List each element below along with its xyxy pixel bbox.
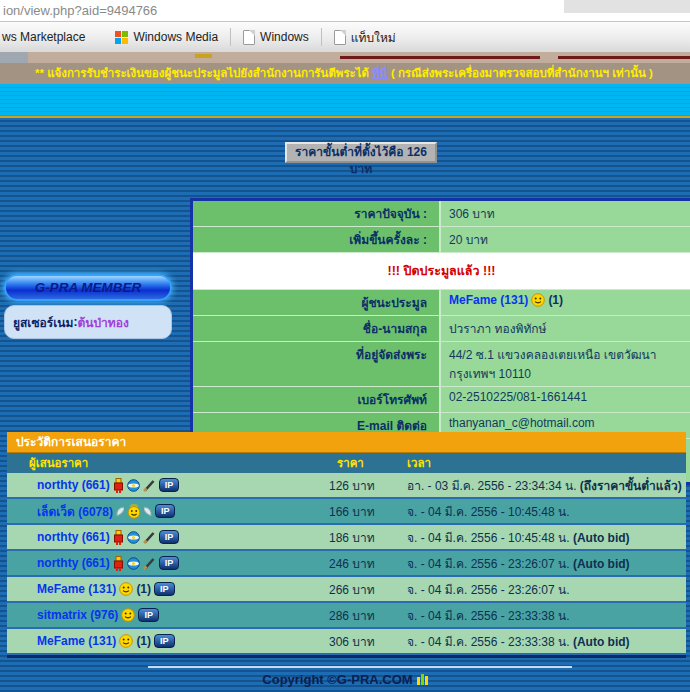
bid-row: MeFame (131)(1)IP266 บาทจ. - 04 มี.ค. 25… — [7, 577, 686, 603]
copyright-label: Copyright ©G-PRA.COM — [262, 672, 412, 687]
feedback-count: (1) — [136, 634, 151, 648]
notice-text-post: ( กรณีส่งพระเครื่องมาตรวจสอบที่สำนักงานฯ… — [388, 67, 653, 79]
winner-username-link[interactable]: MeFame (131) — [449, 293, 528, 307]
notice-text-pre: ** แจ้งการรับชำระเงินของผู้ชนะประมูลไปยั… — [35, 67, 372, 79]
bid-row: MeFame (131)(1)IP306 บาทจ. - 04 มี.ค. 25… — [7, 629, 686, 655]
toolbar-link-label: ws Marketplace — [2, 30, 85, 44]
page-icon — [334, 30, 346, 45]
bidder-username-link[interactable]: northty (661) — [37, 556, 110, 570]
red-figure-icon — [113, 556, 124, 571]
info-row-value: MeFame (131)(1) — [441, 290, 690, 315]
bid-history-title: ประวัติการเสนอราคา — [7, 432, 686, 453]
username-value: ต้นป่าทอง — [77, 313, 128, 332]
hit-counter-icon — [417, 674, 428, 685]
bid-history-rows: northty (661)IP126 บาทอา. - 03 มี.ค. 255… — [7, 473, 686, 655]
bid-price: 186 บาท — [329, 528, 407, 547]
globe-icon — [127, 557, 140, 570]
ip-badge-button[interactable]: IP — [154, 582, 175, 596]
toolbar-link-4[interactable]: แท็บใหม่ — [334, 28, 396, 47]
bid-time: จ. - 04 มี.ค. 2556 - 10:45:48 น. (Auto b… — [407, 528, 686, 547]
bid-time: จ. - 04 มี.ค. 2556 - 23:33:38 น. (Auto b… — [407, 632, 686, 651]
bid-row-user-cell: เล็ดเว็ด (6078)IP — [7, 502, 329, 521]
bid-time: จ. - 04 มี.ค. 2556 - 23:26:07 น. (Auto b… — [407, 554, 686, 573]
bid-time-text: จ. - 04 มี.ค. 2556 - 10:45:48 น. — [407, 505, 570, 519]
toolbar-separator — [230, 28, 231, 46]
info-row-value: 44/2 ซ.1 แขวงคลองเตยเหนือ เขตวัฒนา กรุงเ… — [441, 342, 690, 386]
info-row: เบอร์โทรศัพท์02-2510225/081-1661441 — [193, 387, 690, 413]
bid-price: 266 บาท — [329, 580, 407, 599]
smiley-icon — [121, 608, 135, 622]
bid-row: เล็ดเว็ด (6078)IP166 บาทจ. - 04 มี.ค. 25… — [7, 499, 686, 525]
username-label: ยูสเซอร์เนม — [13, 313, 73, 332]
bidder-username-link[interactable]: MeFame (131) — [37, 634, 116, 648]
bidder-username-link[interactable]: sitmatrix (976) — [37, 608, 118, 622]
bid-price: 246 บาท — [329, 554, 407, 573]
bid-history-header: ผู้เสนอราคา ราคา เวลา — [7, 453, 686, 473]
wing-icon — [116, 505, 124, 518]
angel-icon — [127, 504, 141, 519]
top-strip-gray-block — [0, 52, 28, 63]
bid-time-text: จ. - 04 มี.ค. 2556 - 23:33:38 น. — [407, 635, 573, 649]
footer-divider — [148, 666, 572, 668]
toolbar-link-2[interactable]: Windows Media — [115, 30, 218, 44]
bid-row: northty (661)IP186 บาทจ. - 04 มี.ค. 2556… — [7, 525, 686, 551]
wing2-icon — [144, 505, 152, 518]
top-strip-red-line-2 — [558, 56, 690, 59]
info-row-label: เบอร์โทรศัพท์ — [193, 387, 441, 412]
bid-time: จ. - 04 มี.ค. 2556 - 23:26:07 น. — [407, 580, 686, 599]
bid-history-bottom-border — [7, 655, 686, 658]
top-strip-red-line-1 — [340, 56, 540, 59]
info-row-value: 306 บาท — [441, 201, 690, 226]
bidder-username-link[interactable]: northty (661) — [37, 478, 110, 492]
ip-badge-button[interactable]: IP — [154, 634, 175, 648]
notice-here-link[interactable]: ที่นี่ — [372, 67, 387, 79]
bid-time-text: อา. - 03 มี.ค. 2556 - 23:34:34 น. — [407, 479, 580, 493]
toolbar-separator — [321, 28, 322, 46]
column-price: ราคา — [337, 454, 407, 472]
column-time: เวลา — [407, 454, 431, 472]
bidder-username-link[interactable]: MeFame (131) — [37, 582, 116, 596]
ip-badge-button[interactable]: IP — [155, 504, 176, 518]
ip-badge-button[interactable]: IP — [159, 530, 180, 544]
column-bidder: ผู้เสนอราคา — [7, 454, 337, 472]
bid-row: sitmatrix (976)IP286 บาทจ. - 04 มี.ค. 25… — [7, 603, 686, 629]
red-figure-icon — [113, 530, 124, 545]
bid-time: อา. - 03 มี.ค. 2556 - 23:34:34 น. (ถึงรา… — [407, 476, 686, 495]
red-figure-icon — [113, 478, 124, 493]
info-row-label: ราคาปัจจุบัน : — [193, 201, 441, 226]
page-icon — [243, 30, 255, 45]
username-box: ยูสเซอร์เนม : ต้นป่าทอง — [4, 305, 172, 339]
info-row: ผู้ชนะประมูลMeFame (131)(1) — [193, 290, 690, 316]
info-row: ชื่อ-นามสกุลปวราภา ทองพิทักษ์ — [193, 316, 690, 342]
bid-price: 306 บาท — [329, 632, 407, 651]
bid-row: northty (661)IP246 บาทจ. - 04 มี.ค. 2556… — [7, 551, 686, 577]
globe-icon — [127, 531, 140, 544]
windows-flag-icon — [115, 31, 128, 44]
payment-notice-banner: ** แจ้งการรับชำระเงินของผู้ชนะประมูลไปยั… — [0, 63, 690, 84]
bid-row: northty (661)IP126 บาทอา. - 03 มี.ค. 255… — [7, 473, 686, 499]
bid-time: จ. - 04 มี.ค. 2556 - 23:33:38 น. — [407, 606, 686, 625]
bid-time-text: จ. - 04 มี.ค. 2556 - 23:33:38 น. — [407, 609, 570, 623]
page-top-strip — [0, 52, 690, 63]
globe-icon — [127, 479, 140, 492]
address-url[interactable]: ion/view.php?aid=9494766 — [3, 3, 157, 18]
ip-badge-button[interactable]: IP — [159, 478, 180, 492]
info-row: เพิ่มขึ้นครั้งละ :20 บาท — [193, 227, 690, 253]
info-row-label: ชื่อ-นามสกุล — [193, 316, 441, 341]
gpra-member-button[interactable]: G-PRA MEMBER — [4, 274, 172, 301]
copyright-text: Copyright ©G-PRA.COM — [0, 672, 690, 687]
address-bar[interactable]: ion/view.php?aid=9494766 — [0, 0, 690, 22]
brush-icon — [143, 479, 156, 492]
auction-closed-notice: !!! ปิดประมูลแล้ว !!! — [193, 253, 690, 290]
bid-time-text: จ. - 04 มี.ค. 2556 - 10:45:48 น. — [407, 531, 573, 545]
toolbar-link-3[interactable]: Windows — [243, 30, 309, 45]
bidder-username-link[interactable]: northty (661) — [37, 530, 110, 544]
ip-badge-button[interactable]: IP — [138, 608, 159, 622]
toolbar-link-label: Windows — [260, 30, 309, 44]
ip-badge-button[interactable]: IP — [159, 556, 180, 570]
bidder-username-link[interactable]: เล็ดเว็ด (6078) — [37, 502, 113, 521]
toolbar-link-1[interactable]: ws Marketplace — [2, 30, 85, 44]
bid-note: (Auto bid) — [573, 635, 630, 649]
minimum-price-box: ราคาขั้นต่ำที่ตั้งไว้คือ 126 บาท — [285, 142, 437, 163]
gold-divider — [0, 116, 690, 118]
